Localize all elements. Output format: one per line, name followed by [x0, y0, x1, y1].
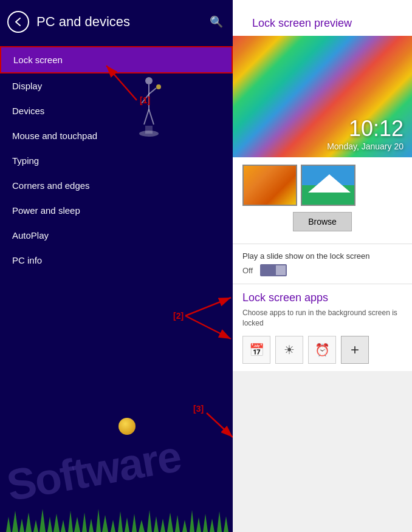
- svg-marker-18: [68, 511, 73, 532]
- sidebar-item-power-sleep[interactable]: Power and sleep: [0, 198, 233, 223]
- svg-marker-35: [190, 510, 194, 532]
- slideshow-label: Play a slide show on the lock screen: [242, 251, 402, 261]
- app-icon-calendar[interactable]: 📅: [242, 336, 270, 364]
- back-button[interactable]: [7, 11, 29, 33]
- svg-marker-20: [82, 513, 87, 532]
- browse-button[interactable]: Browse: [293, 212, 352, 231]
- svg-marker-21: [89, 519, 94, 532]
- svg-marker-34: [182, 520, 187, 532]
- lock-screen-preview-image: 10:12 Monday, January 20: [233, 36, 412, 157]
- svg-text:[2]: [2]: [173, 311, 184, 321]
- toggle-state-label: Off: [242, 266, 253, 275]
- header: PC and devices 🔍: [0, 0, 233, 44]
- sidebar-item-mouse-touchpad[interactable]: Mouse and touchpad: [0, 123, 233, 148]
- thumbnail-honeycomb[interactable]: [242, 165, 297, 206]
- weather-icon: ☀: [284, 343, 295, 357]
- svg-marker-9: [6, 517, 11, 532]
- plus-icon: +: [351, 341, 359, 358]
- toggle-row: Off: [242, 264, 402, 276]
- nav-list: Lock screen Display Devices Mouse and to…: [0, 46, 233, 273]
- svg-marker-37: [203, 514, 208, 532]
- grass-decoration: [0, 502, 233, 532]
- search-icon[interactable]: 🔍: [210, 15, 223, 29]
- svg-marker-24: [111, 520, 115, 532]
- svg-marker-16: [53, 514, 60, 532]
- preview-date: Monday, January 20: [327, 142, 403, 151]
- apps-icons-row: 📅 ☀ ⏰ +: [242, 336, 402, 364]
- right-panel: Lock screen preview 10:12 Monday, Januar…: [233, 0, 412, 532]
- svg-marker-30: [154, 516, 159, 532]
- svg-marker-13: [33, 520, 38, 532]
- svg-marker-26: [125, 517, 129, 532]
- svg-marker-36: [196, 517, 201, 532]
- left-panel: PC and devices 🔍 Lock screen Display Dev…: [0, 0, 233, 532]
- svg-marker-39: [217, 511, 222, 532]
- app-icon-alarm[interactable]: ⏰: [308, 336, 336, 364]
- svg-marker-29: [147, 510, 152, 532]
- svg-marker-27: [132, 514, 137, 532]
- svg-line-45: [185, 316, 231, 339]
- svg-marker-14: [39, 509, 46, 532]
- slideshow-section: Play a slide show on the lock screen Off: [233, 244, 412, 284]
- svg-marker-12: [26, 513, 32, 532]
- thumbnails-section: Browse: [233, 157, 412, 244]
- panel-title: Lock screen preview: [242, 9, 402, 36]
- svg-marker-31: [160, 519, 165, 532]
- sidebar-item-display[interactable]: Display: [0, 73, 233, 98]
- svg-marker-25: [118, 511, 123, 532]
- apps-section-title: Lock screen apps: [242, 292, 402, 304]
- svg-marker-40: [224, 516, 228, 532]
- svg-marker-19: [74, 517, 80, 532]
- svg-marker-11: [19, 519, 24, 532]
- thumbnail-mountain[interactable]: [301, 165, 355, 206]
- svg-marker-17: [61, 520, 66, 532]
- svg-marker-22: [96, 509, 101, 532]
- svg-marker-38: [210, 519, 215, 532]
- sidebar-item-typing[interactable]: Typing: [0, 148, 233, 173]
- sidebar-item-pc-info[interactable]: PC info: [0, 248, 233, 273]
- sidebar-item-devices[interactable]: Devices: [0, 98, 233, 123]
- svg-text:[3]: [3]: [193, 404, 204, 414]
- sidebar-item-corners-edges[interactable]: Corners and edges: [0, 173, 233, 198]
- svg-marker-33: [175, 515, 180, 532]
- svg-line-47: [207, 413, 233, 437]
- watermark: Software: [3, 431, 184, 511]
- svg-marker-32: [167, 513, 173, 532]
- page-title: PC and devices: [36, 14, 130, 30]
- svg-marker-23: [102, 515, 108, 532]
- svg-marker-10: [12, 511, 18, 532]
- alarm-icon: ⏰: [315, 343, 330, 357]
- preview-time: 10:12: [349, 116, 403, 142]
- svg-marker-28: [139, 520, 145, 532]
- sidebar-item-autoplay[interactable]: AutoPlay: [0, 223, 233, 248]
- svg-line-44: [185, 298, 231, 316]
- calendar-icon: 📅: [249, 343, 264, 357]
- app-icon-add[interactable]: +: [341, 336, 369, 364]
- apps-description: Choose apps to run in the background scr…: [242, 308, 402, 329]
- apps-section: Lock screen apps Choose apps to run in t…: [233, 284, 412, 371]
- sidebar-item-lock-screen[interactable]: Lock screen: [0, 46, 233, 73]
- gold-orb-decoration: [118, 418, 136, 435]
- svg-marker-15: [47, 517, 52, 532]
- app-icon-weather[interactable]: ☀: [275, 336, 303, 364]
- thumbnails-row: [242, 165, 402, 206]
- slideshow-toggle[interactable]: [260, 264, 287, 276]
